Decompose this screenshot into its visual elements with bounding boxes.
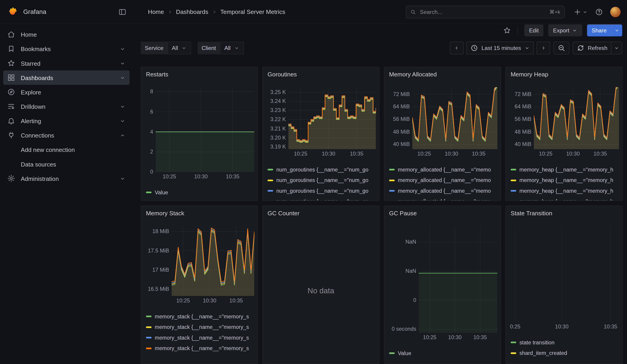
legend-item[interactable]: num_goroutines {__name__="num_go	[267, 164, 377, 175]
filter-value-dropdown[interactable]: All	[167, 42, 191, 54]
sidebar-item-bookmarks[interactable]: Bookmarks	[3, 42, 129, 56]
sidebar-item-data-sources[interactable]: Data sources	[3, 157, 129, 171]
sidebar-item-starred[interactable]: Starred	[3, 56, 129, 70]
export-button[interactable]: Export	[548, 24, 582, 37]
plot-area[interactable]	[418, 226, 498, 333]
bookmark-icon	[7, 45, 15, 53]
legend-item[interactable]: num_goroutines {__name__="num_go	[267, 175, 377, 185]
sidebar-item-home[interactable]: Home	[3, 27, 129, 42]
y-axis-label: 3.23 K	[270, 107, 286, 113]
legend-item[interactable]: memory_heap {__name__="memory_h	[511, 164, 621, 175]
breadcrumb-item-temporal-server-metrics[interactable]: Temporal Server Metrics	[220, 8, 285, 15]
legend-item[interactable]: num_goroutines {__name__="num_go	[267, 186, 377, 196]
plus-icon	[574, 8, 581, 16]
chevron-down-icon[interactable]	[119, 75, 125, 81]
variable-filters: ServiceAllClientAll	[141, 42, 244, 54]
plot-area[interactable]	[156, 87, 254, 172]
breadcrumb-item-home[interactable]: Home	[148, 8, 164, 15]
star-dashboard-button[interactable]	[503, 26, 511, 34]
panel-title[interactable]: GC Counter	[267, 209, 299, 216]
plot-area[interactable]	[288, 87, 376, 149]
help-button[interactable]	[595, 8, 603, 16]
chevron-down-icon[interactable]	[119, 175, 125, 181]
legend-color-marker	[389, 190, 395, 192]
legend-item[interactable]: memory_heap {__name__="memory_h	[511, 186, 621, 196]
home-icon	[7, 30, 15, 38]
y-axis-label: 4	[150, 129, 153, 135]
breadcrumb-item-dashboards[interactable]: Dashboards	[176, 8, 209, 15]
filter-value-dropdown[interactable]: All	[220, 42, 244, 54]
legend-item[interactable]: memory_allocated {__name__="memo	[389, 164, 499, 175]
zoom-out-button[interactable]	[553, 42, 569, 54]
search-input[interactable]	[419, 8, 546, 15]
sidebar-item-add-new-connection[interactable]: Add new connection	[3, 142, 129, 157]
chevron-left-icon	[454, 45, 460, 51]
chevron-down-icon[interactable]	[119, 118, 125, 124]
add-new-button[interactable]	[574, 8, 588, 16]
sidebar-item-explore[interactable]: Explore	[3, 85, 129, 99]
legend-item[interactable]: memory_allocated {__name__="memo	[389, 196, 499, 201]
legend-item[interactable]: memory_stack {__name__="memory_s	[146, 343, 256, 354]
legend-item[interactable]: Value	[389, 348, 499, 359]
refresh-button[interactable]: Refresh	[573, 42, 611, 54]
panel-title[interactable]: Goroutines	[267, 71, 297, 78]
panel-title[interactable]: Memory Heap	[511, 71, 548, 78]
legend-item[interactable]: shard_item_created	[511, 348, 621, 358]
plot-area[interactable]	[513, 226, 619, 322]
plot-area[interactable]	[534, 87, 619, 149]
sidebar-item-alerting[interactable]: Alerting	[3, 113, 129, 128]
legend-color-marker	[511, 169, 517, 171]
y-axis-label: 56 MiB	[515, 116, 531, 122]
edit-button[interactable]: Edit	[524, 24, 543, 37]
sidebar-item-label: Starred	[21, 60, 114, 67]
legend-item[interactable]: memory_stack {__name__="memory_s	[146, 311, 256, 321]
legend-item[interactable]: memory_stack {__name__="memory_s	[146, 332, 256, 343]
legend-label: shard_item_created	[519, 350, 567, 356]
dashboards-icon	[7, 74, 15, 82]
sidebar-toggle-icon[interactable]	[118, 8, 126, 16]
legend-color-marker	[267, 179, 273, 181]
export-label: Export	[553, 27, 569, 34]
user-avatar[interactable]	[610, 7, 621, 17]
sidebar-item-drilldown[interactable]: Drilldown	[3, 99, 129, 113]
sidebar-item-connections[interactable]: Connections	[3, 128, 129, 142]
grafana-logo-icon[interactable]	[7, 7, 18, 17]
legend-label: memory_allocated {__name__="memo	[398, 167, 491, 173]
legend-item[interactable]: memory_allocated {__name__="memo	[389, 186, 499, 196]
plot-area[interactable]	[171, 226, 254, 296]
time-shift-forward-button[interactable]	[537, 42, 550, 54]
search-box[interactable]: ⌘+k	[406, 5, 565, 18]
time-range-picker[interactable]: Last 15 minutes	[466, 42, 534, 54]
legend-item[interactable]: Value	[146, 187, 256, 198]
chevron-right-icon	[541, 45, 546, 51]
legend-item[interactable]: memory_heap {__name__="memory_h	[511, 175, 621, 185]
legend-item[interactable]: memory_allocated {__name__="memo	[389, 175, 499, 185]
panel-title[interactable]: GC Pause	[389, 209, 417, 216]
share-dropdown-button[interactable]	[612, 24, 622, 37]
panel-title[interactable]: Restarts	[146, 71, 168, 78]
plot-area[interactable]	[412, 87, 498, 149]
legend-item[interactable]: state transition	[511, 337, 621, 348]
panel-title[interactable]: Memory Stack	[146, 209, 184, 216]
share-button[interactable]: Share	[587, 24, 612, 37]
refresh-interval-dropdown[interactable]	[611, 42, 622, 54]
time-shift-back-button[interactable]	[450, 42, 464, 54]
legend-item[interactable]: num_goroutines {__name__="num_go	[267, 196, 377, 201]
chevron-down-icon[interactable]	[119, 103, 125, 109]
legend-item[interactable]: memory_stack {__name__="memory_s	[146, 322, 256, 332]
panel-title[interactable]: State Transition	[511, 209, 552, 216]
y-axis-label: 3.22 K	[270, 116, 286, 122]
chevron-down-icon[interactable]	[119, 60, 125, 66]
chevron-up-icon[interactable]	[119, 132, 125, 138]
sidebar-item-administration[interactable]: Administration	[3, 171, 129, 186]
sidebar-item-label: Dashboards	[21, 74, 114, 81]
sidebar: HomeBookmarksStarredDashboardsExploreDri…	[0, 24, 133, 364]
chevron-down-icon[interactable]	[119, 46, 125, 52]
x-axis-label: 10:30	[203, 298, 216, 304]
y-axis-label: 17 MiB	[152, 267, 169, 272]
y-axis-label: 2	[150, 149, 153, 155]
legend-item[interactable]: memory_heap {__name__="memory_h	[511, 196, 621, 201]
y-axis-label: 3.20 K	[270, 135, 286, 141]
sidebar-item-dashboards[interactable]: Dashboards	[3, 70, 129, 85]
panel-title[interactable]: Memory Allocated	[389, 71, 437, 78]
